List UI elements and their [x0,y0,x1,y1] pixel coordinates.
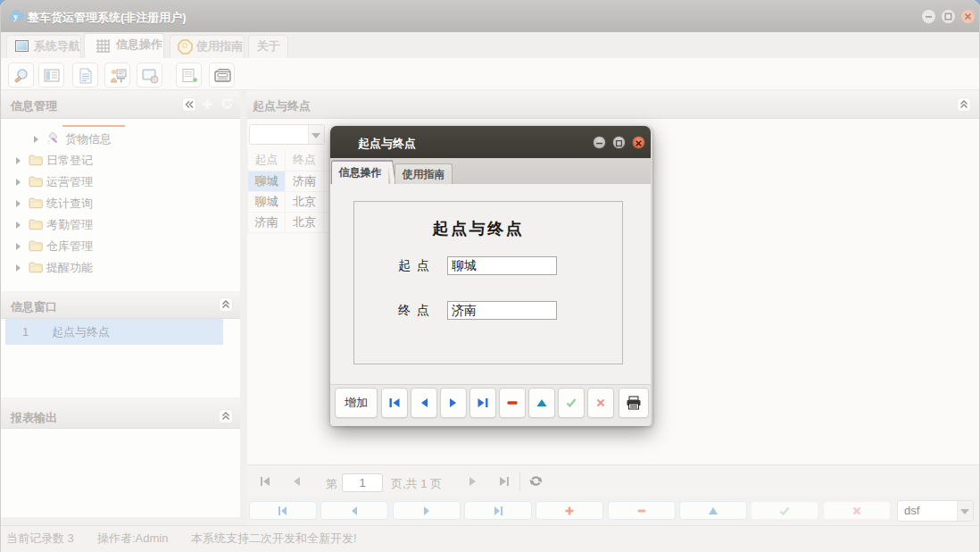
svg-text:y: y [13,12,18,21]
